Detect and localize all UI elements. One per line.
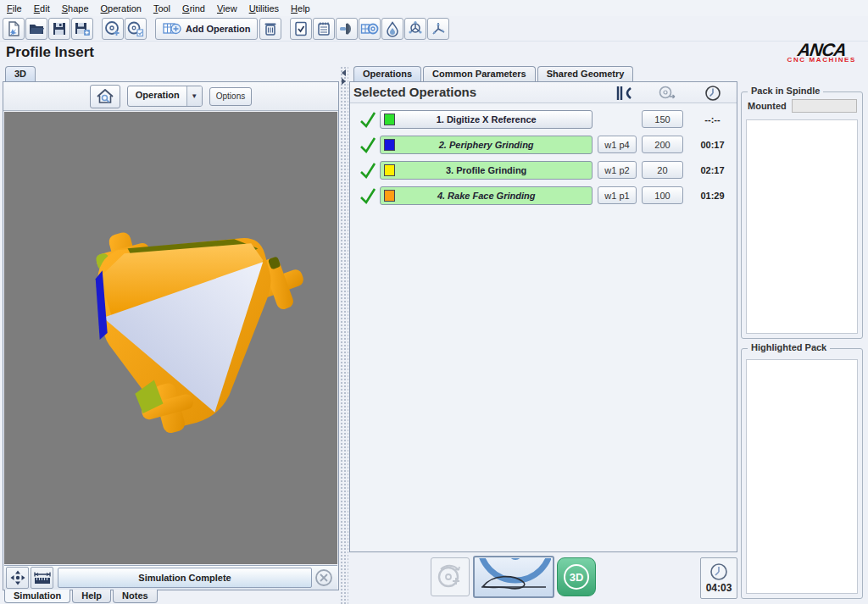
add-operation-button[interactable]: Add Operation bbox=[155, 18, 258, 40]
add-operation-label: Add Operation bbox=[186, 24, 250, 34]
operation-button[interactable]: 3. Profile Grinding bbox=[380, 161, 593, 180]
wheel-select-button[interactable]: w1 p1 bbox=[598, 186, 637, 204]
new-document-button[interactable] bbox=[3, 18, 25, 40]
wheel-select-button[interactable]: w1 p4 bbox=[598, 136, 637, 153]
operation-name: 4. Rake Face Grinding bbox=[437, 191, 536, 201]
tab-notes[interactable]: Notes bbox=[113, 590, 158, 603]
pack-sidebar: Pack in Spindle Mounted Highlighted Pack bbox=[741, 66, 865, 604]
pack-in-spindle-list bbox=[746, 119, 858, 334]
operation-row: 1. Digitize X Reference 150 --:-- bbox=[355, 109, 732, 129]
menu-utilities[interactable]: Utilities bbox=[244, 2, 286, 15]
operation-button[interactable]: 2. Periphery Grinding bbox=[380, 136, 593, 154]
operation-dropdown[interactable]: Operation ▼ bbox=[127, 86, 203, 107]
tab-operations[interactable]: Operations bbox=[353, 66, 421, 81]
feedrate-button[interactable]: 150 bbox=[642, 110, 683, 128]
operation-name: 1. Digitize X Reference bbox=[437, 114, 537, 125]
save-button[interactable] bbox=[48, 18, 70, 40]
operation-complete-check-icon bbox=[355, 136, 380, 154]
pan-icon bbox=[9, 569, 26, 586]
feedrate-value: 200 bbox=[654, 140, 670, 150]
home-view-button[interactable] bbox=[90, 85, 120, 108]
collapse-left-icon[interactable] bbox=[342, 69, 346, 76]
new-wheel-button[interactable] bbox=[102, 18, 124, 40]
tab-help[interactable]: Help bbox=[72, 590, 111, 603]
coolant-button[interactable] bbox=[381, 18, 403, 40]
feedrate-button[interactable]: 100 bbox=[642, 186, 683, 204]
feedrate-button[interactable]: 20 bbox=[642, 161, 683, 179]
highlighted-pack-list bbox=[746, 359, 858, 594]
open-file-button[interactable] bbox=[25, 18, 47, 40]
menu-edit[interactable]: Edit bbox=[29, 2, 57, 15]
axes-button[interactable] bbox=[427, 18, 449, 40]
total-time-clock-icon bbox=[709, 562, 728, 581]
operation-complete-check-icon bbox=[355, 110, 380, 129]
3d-view-button[interactable]: 3D bbox=[557, 557, 596, 596]
operation-time: --:-- bbox=[693, 114, 732, 125]
trash-icon bbox=[262, 20, 279, 37]
menu-file[interactable]: File bbox=[2, 2, 29, 15]
workhead-icon bbox=[407, 20, 424, 37]
open-folder-icon bbox=[28, 20, 45, 37]
menu-help[interactable]: Help bbox=[286, 2, 317, 15]
chevron-down-icon[interactable]: ▼ bbox=[186, 86, 202, 106]
tab-shared-geometry[interactable]: Shared Geometry bbox=[537, 66, 634, 81]
wheel-pack-button[interactable] bbox=[359, 18, 381, 40]
cycle-time-button[interactable] bbox=[704, 85, 721, 102]
operation-color-swatch bbox=[384, 164, 395, 176]
simulation-status-text: Simulation Complete bbox=[138, 573, 231, 583]
simulation-bar: Simulation Complete bbox=[4, 565, 337, 590]
simulation-view-button[interactable] bbox=[473, 556, 554, 598]
checklist-button[interactable] bbox=[290, 18, 312, 40]
menu-operation[interactable]: Operation bbox=[96, 2, 148, 15]
wheel-view-button[interactable] bbox=[431, 557, 470, 596]
new-wheel-icon bbox=[104, 20, 121, 37]
tab-3d[interactable]: 3D bbox=[5, 66, 36, 81]
pack-in-spindle-group: Pack in Spindle Mounted bbox=[741, 91, 863, 339]
highlighted-pack-title: Highlighted Pack bbox=[748, 342, 830, 352]
probe-button[interactable] bbox=[336, 18, 358, 40]
workhead-button[interactable] bbox=[404, 18, 426, 40]
mounted-label: Mounted bbox=[748, 101, 787, 111]
insert-3d-render bbox=[4, 112, 337, 564]
operation-color-swatch bbox=[384, 190, 395, 202]
checklist-icon bbox=[292, 20, 309, 37]
tab-common-parameters[interactable]: Common Parameters bbox=[423, 66, 536, 81]
left-bottom-tabs: Simulation Help Notes bbox=[4, 590, 159, 603]
menu-tool[interactable]: Tool bbox=[148, 2, 177, 15]
wheel-document-button[interactable] bbox=[125, 18, 147, 40]
tab-simulation[interactable]: Simulation bbox=[4, 590, 70, 603]
stop-simulation-button[interactable] bbox=[312, 568, 336, 588]
options-button[interactable]: Options bbox=[209, 87, 252, 106]
menu-view[interactable]: View bbox=[212, 2, 244, 15]
wheel-sequence-button[interactable] bbox=[657, 85, 677, 102]
new-document-icon bbox=[5, 20, 22, 37]
axes-icon bbox=[430, 20, 447, 37]
menu-grind[interactable]: Grind bbox=[177, 2, 212, 15]
grinding-simulation-icon bbox=[476, 558, 551, 596]
home-zoom-icon bbox=[95, 87, 115, 106]
collapse-right-icon[interactable] bbox=[342, 78, 346, 85]
notes-button[interactable] bbox=[313, 18, 335, 40]
measure-button[interactable] bbox=[31, 567, 53, 589]
operation-color-swatch bbox=[384, 114, 395, 125]
operation-button[interactable]: 4. Rake Face Grinding bbox=[380, 186, 593, 205]
save-as-button[interactable] bbox=[71, 18, 93, 40]
operations-panel: Operations Common Parameters Shared Geom… bbox=[349, 66, 737, 604]
pan-view-button[interactable] bbox=[6, 567, 29, 589]
operation-button[interactable]: 1. Digitize X Reference bbox=[380, 110, 593, 129]
3d-viewport[interactable] bbox=[4, 112, 337, 564]
operation-time: 01:29 bbox=[693, 191, 732, 201]
operation-row: 4. Rake Face Grinding w1 p1 100 01:29 bbox=[355, 186, 732, 205]
operation-dropdown-value: Operation bbox=[128, 86, 186, 106]
delete-operation-button[interactable] bbox=[259, 18, 281, 40]
feedrate-button[interactable]: 200 bbox=[642, 136, 683, 153]
save-icon bbox=[51, 20, 68, 37]
coolant-icon bbox=[384, 20, 401, 37]
close-circle-icon bbox=[314, 568, 333, 587]
highlighted-pack-group: Highlighted Pack bbox=[741, 348, 863, 599]
menu-shape[interactable]: Shape bbox=[57, 2, 96, 15]
wheel-value: w1 p1 bbox=[604, 191, 629, 201]
wheel-select-button[interactable]: w1 p2 bbox=[598, 161, 637, 179]
clamping-button[interactable] bbox=[615, 85, 634, 102]
panel-splitter[interactable] bbox=[340, 66, 348, 604]
